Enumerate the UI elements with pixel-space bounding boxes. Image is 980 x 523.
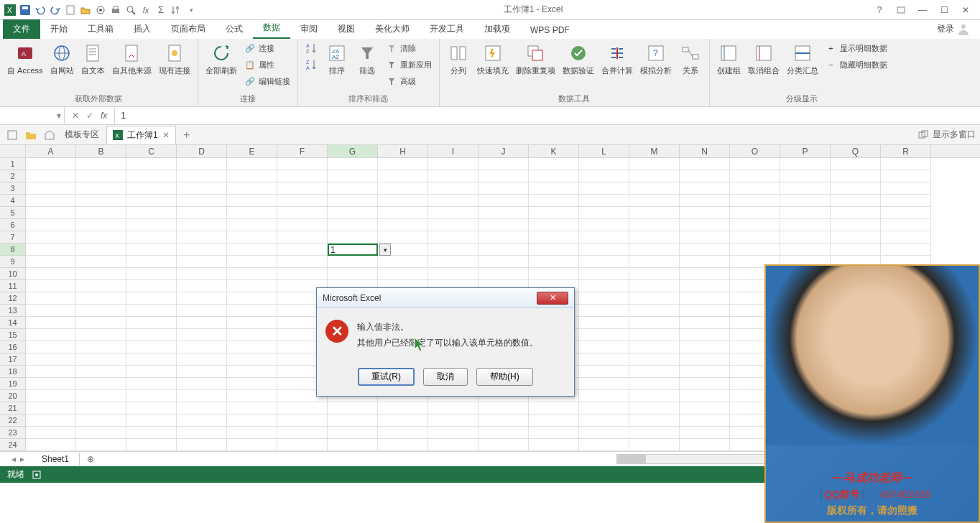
- cell[interactable]: [479, 415, 529, 427]
- cell[interactable]: [177, 244, 227, 256]
- cell[interactable]: [26, 427, 76, 439]
- cell[interactable]: [428, 244, 479, 256]
- cell[interactable]: [76, 366, 126, 378]
- cell[interactable]: [328, 219, 378, 231]
- save-icon[interactable]: [18, 3, 32, 17]
- cell[interactable]: [680, 329, 730, 341]
- sum-icon[interactable]: Σ: [154, 3, 168, 17]
- cell[interactable]: [76, 329, 126, 341]
- cell[interactable]: [26, 182, 76, 195]
- cell[interactable]: [126, 353, 177, 366]
- cell[interactable]: [780, 244, 831, 256]
- cell[interactable]: [177, 195, 227, 207]
- cell[interactable]: [126, 219, 177, 231]
- cell[interactable]: [629, 280, 680, 292]
- cell[interactable]: [680, 317, 730, 329]
- whatif-button[interactable]: ?模拟分析: [637, 40, 675, 77]
- tab-file[interactable]: 文件: [3, 19, 40, 39]
- help-icon[interactable]: ?: [872, 3, 887, 17]
- cell[interactable]: [579, 268, 629, 280]
- cell[interactable]: [479, 439, 529, 451]
- ungroup-button[interactable]: 取消组合: [745, 40, 782, 77]
- column-header[interactable]: F: [277, 145, 328, 157]
- cell[interactable]: [328, 415, 378, 427]
- cell[interactable]: [328, 231, 378, 244]
- cell[interactable]: [76, 378, 126, 390]
- cell[interactable]: [227, 231, 277, 244]
- cell[interactable]: [579, 195, 629, 207]
- cell[interactable]: [629, 195, 680, 207]
- cell[interactable]: [227, 170, 277, 182]
- cell[interactable]: [76, 207, 126, 219]
- cell[interactable]: [378, 268, 428, 280]
- cell[interactable]: [680, 390, 730, 402]
- cell[interactable]: [126, 207, 177, 219]
- existing-conn-button[interactable]: 现有连接: [156, 40, 193, 77]
- row-header[interactable]: 6: [0, 219, 26, 231]
- cell[interactable]: [126, 390, 177, 402]
- cell[interactable]: [680, 182, 730, 195]
- cell[interactable]: [378, 158, 428, 170]
- cell[interactable]: [529, 427, 579, 439]
- cell[interactable]: [76, 317, 126, 329]
- cell[interactable]: [378, 170, 428, 182]
- row-header[interactable]: 16: [0, 341, 26, 353]
- cell[interactable]: [277, 439, 328, 451]
- cell[interactable]: [680, 366, 730, 378]
- cell[interactable]: [780, 219, 831, 231]
- cell[interactable]: [378, 402, 428, 415]
- cell[interactable]: [76, 182, 126, 195]
- maximize-icon[interactable]: ☐: [937, 3, 951, 17]
- undo-icon[interactable]: [33, 3, 47, 17]
- column-header[interactable]: D: [177, 145, 227, 157]
- cell[interactable]: [680, 256, 730, 268]
- cell[interactable]: [177, 256, 227, 268]
- cell[interactable]: [680, 244, 730, 256]
- cell[interactable]: [126, 439, 177, 451]
- cell[interactable]: [328, 195, 378, 207]
- cell[interactable]: [428, 439, 479, 451]
- cell[interactable]: [680, 280, 730, 292]
- tab-dev[interactable]: 开发工具: [420, 19, 474, 39]
- cell[interactable]: [26, 439, 76, 451]
- cell[interactable]: [629, 231, 680, 244]
- select-all-corner[interactable]: [0, 145, 26, 157]
- column-header[interactable]: A: [26, 145, 76, 157]
- cell[interactable]: [177, 280, 227, 292]
- cell[interactable]: [378, 439, 428, 451]
- cell[interactable]: [780, 158, 831, 170]
- cell[interactable]: [680, 341, 730, 353]
- cell[interactable]: [328, 182, 378, 195]
- cell[interactable]: [831, 219, 881, 231]
- cell[interactable]: [227, 158, 277, 170]
- sheet-nav-first-icon[interactable]: ◂: [11, 454, 16, 464]
- row-header[interactable]: 7: [0, 231, 26, 244]
- cell[interactable]: [881, 182, 931, 195]
- cell[interactable]: [227, 280, 277, 292]
- cell[interactable]: [227, 378, 277, 390]
- cell[interactable]: [579, 231, 629, 244]
- cell[interactable]: [378, 207, 428, 219]
- cell[interactable]: [177, 341, 227, 353]
- cell[interactable]: [579, 317, 629, 329]
- sort-button[interactable]: ZAAZ排序: [323, 40, 351, 77]
- cell[interactable]: [428, 427, 479, 439]
- connections-button[interactable]: 🔗连接: [241, 40, 293, 56]
- cell[interactable]: [579, 427, 629, 439]
- cell[interactable]: [328, 402, 378, 415]
- cell[interactable]: [26, 280, 76, 292]
- cell[interactable]: [629, 292, 680, 305]
- cell[interactable]: [730, 158, 780, 170]
- cell[interactable]: [680, 158, 730, 170]
- cell[interactable]: [629, 341, 680, 353]
- cell[interactable]: [277, 170, 328, 182]
- cell[interactable]: [76, 256, 126, 268]
- cell[interactable]: [227, 329, 277, 341]
- cell[interactable]: [629, 244, 680, 256]
- cell[interactable]: [479, 158, 529, 170]
- cell[interactable]: [126, 402, 177, 415]
- cell[interactable]: [529, 219, 579, 231]
- cell[interactable]: [177, 415, 227, 427]
- cell[interactable]: [277, 415, 328, 427]
- cell[interactable]: [428, 195, 479, 207]
